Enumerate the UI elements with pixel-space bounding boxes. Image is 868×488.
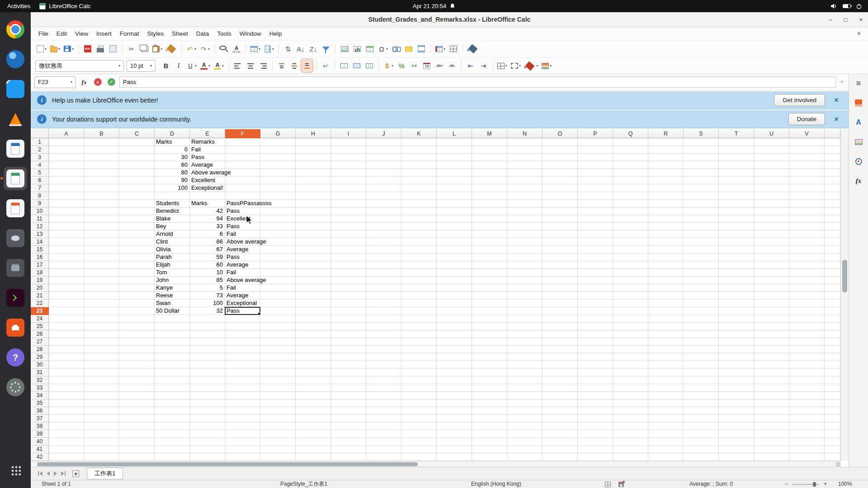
cell-U19[interactable] bbox=[754, 277, 789, 284]
new-document-button[interactable]: ▾ bbox=[35, 42, 48, 56]
cell-H12[interactable] bbox=[296, 223, 331, 230]
cell-H32[interactable] bbox=[296, 376, 331, 384]
cell-D11[interactable]: Blake bbox=[155, 215, 190, 223]
cell-O31[interactable] bbox=[542, 369, 578, 376]
cell-D25[interactable] bbox=[155, 323, 190, 330]
menu-sheet[interactable]: Sheet bbox=[168, 29, 192, 38]
cell-H9[interactable] bbox=[296, 200, 331, 207]
cell-R5[interactable] bbox=[648, 169, 684, 177]
cell-C13[interactable] bbox=[119, 230, 155, 238]
cell-U22[interactable] bbox=[754, 300, 789, 307]
cell-T24[interactable] bbox=[719, 315, 754, 323]
cell-Q35[interactable] bbox=[613, 399, 648, 407]
cell-E37[interactable] bbox=[190, 415, 225, 422]
cell-G39[interactable] bbox=[260, 430, 296, 438]
freeze-rows-and-columns-button[interactable]: ▾ bbox=[434, 42, 447, 56]
cell-J29[interactable] bbox=[366, 353, 401, 361]
cell-L4[interactable] bbox=[437, 161, 472, 169]
cell-O11[interactable] bbox=[542, 215, 578, 223]
cell-G15[interactable] bbox=[260, 246, 296, 253]
clock-menu[interactable]: Apr 21 20:54 bbox=[413, 0, 455, 12]
cell-D5[interactable]: 80 bbox=[155, 169, 190, 177]
cell-T38[interactable] bbox=[719, 422, 754, 430]
cell-J31[interactable] bbox=[366, 369, 401, 376]
cell-O19[interactable] bbox=[542, 277, 578, 284]
cell-H18[interactable] bbox=[296, 269, 331, 277]
cell-F41[interactable] bbox=[225, 446, 260, 453]
cell-V14[interactable] bbox=[789, 238, 825, 246]
cell-Q26[interactable] bbox=[613, 330, 648, 338]
cell-O40[interactable] bbox=[542, 438, 578, 446]
font-size-combobox[interactable]: 10 pt ▾ bbox=[127, 60, 156, 72]
cell-T42[interactable] bbox=[719, 453, 754, 461]
cell-B6[interactable] bbox=[84, 177, 119, 184]
cell-Q12[interactable] bbox=[613, 223, 648, 230]
dock-show-applications[interactable] bbox=[4, 458, 27, 482]
cell-S20[interactable] bbox=[684, 284, 719, 292]
cell-G7[interactable] bbox=[260, 184, 296, 192]
column-header-Q[interactable]: Q bbox=[613, 129, 648, 138]
print-button[interactable] bbox=[94, 42, 106, 56]
cell-K32[interactable] bbox=[401, 376, 437, 384]
window-titlebar[interactable]: Student_Grades_and_Remarks.xlsx - LibreO… bbox=[31, 12, 868, 27]
cell-N3[interactable] bbox=[507, 154, 542, 161]
cell-I41[interactable] bbox=[331, 446, 366, 453]
cell-J36[interactable] bbox=[366, 407, 401, 415]
cell-U20[interactable] bbox=[754, 284, 789, 292]
cell-G30[interactable] bbox=[260, 361, 296, 369]
cell-T27[interactable] bbox=[719, 338, 754, 346]
cell-U15[interactable] bbox=[754, 246, 789, 253]
cell-T36[interactable] bbox=[719, 407, 754, 415]
dropdown-arrow-icon[interactable]: ▾ bbox=[443, 47, 445, 51]
cell-T32[interactable] bbox=[719, 376, 754, 384]
row-header-10[interactable]: 10 bbox=[31, 207, 49, 215]
cell-Q11[interactable] bbox=[613, 215, 648, 223]
cell-N32[interactable] bbox=[507, 376, 542, 384]
aggregate-label[interactable]: Average: ; Sum: 0 bbox=[689, 480, 733, 488]
cell-V15[interactable] bbox=[789, 246, 825, 253]
redo-button[interactable]: ↷▾ bbox=[198, 42, 211, 56]
cell-G11[interactable] bbox=[260, 215, 296, 223]
cell-C41[interactable] bbox=[119, 446, 155, 453]
cell-R7[interactable] bbox=[648, 184, 684, 192]
cell-Q21[interactable] bbox=[613, 292, 648, 300]
cell-V8[interactable] bbox=[789, 192, 825, 200]
cell-V35[interactable] bbox=[789, 399, 825, 407]
cell-Q40[interactable] bbox=[613, 438, 648, 446]
cell-M25[interactable] bbox=[472, 323, 507, 330]
cell-P20[interactable] bbox=[578, 284, 613, 292]
cell-P8[interactable] bbox=[578, 192, 613, 200]
cell-E7[interactable]: Exceptional! bbox=[190, 184, 225, 192]
cell-T4[interactable] bbox=[719, 161, 754, 169]
cell-L28[interactable] bbox=[437, 346, 472, 353]
cell-K5[interactable] bbox=[401, 169, 437, 177]
cell-V28[interactable] bbox=[789, 346, 825, 353]
cell-R16[interactable] bbox=[648, 253, 684, 261]
cell-C9[interactable] bbox=[119, 200, 155, 207]
cell-A25[interactable] bbox=[49, 323, 84, 330]
cell-A19[interactable] bbox=[49, 277, 84, 284]
cell-I7[interactable] bbox=[331, 184, 366, 192]
cell-O21[interactable] bbox=[542, 292, 578, 300]
cell-T11[interactable] bbox=[719, 215, 754, 223]
cell-G21[interactable] bbox=[260, 292, 296, 300]
column-header-L[interactable]: L bbox=[437, 129, 472, 138]
cell-H5[interactable] bbox=[296, 169, 331, 177]
cell-K8[interactable] bbox=[401, 192, 437, 200]
cell-T10[interactable] bbox=[719, 207, 754, 215]
cell-A18[interactable] bbox=[49, 269, 84, 277]
cell-N23[interactable] bbox=[507, 307, 542, 315]
cell-O22[interactable] bbox=[542, 300, 578, 307]
cell-E42[interactable] bbox=[190, 453, 225, 461]
system-tray[interactable] bbox=[831, 0, 868, 12]
cell-K9[interactable] bbox=[401, 200, 437, 207]
cell-O36[interactable] bbox=[542, 407, 578, 415]
unmerge-cells-button[interactable] bbox=[363, 59, 375, 72]
cell-D7[interactable]: 100 bbox=[155, 184, 190, 192]
cell-V11[interactable] bbox=[789, 215, 825, 223]
cell-L1[interactable] bbox=[437, 138, 472, 146]
conditional-formatting-button[interactable]: ▾ bbox=[540, 59, 553, 72]
cell-V31[interactable] bbox=[789, 369, 825, 376]
cell-K16[interactable] bbox=[401, 253, 437, 261]
cell-O1[interactable] bbox=[542, 138, 578, 146]
